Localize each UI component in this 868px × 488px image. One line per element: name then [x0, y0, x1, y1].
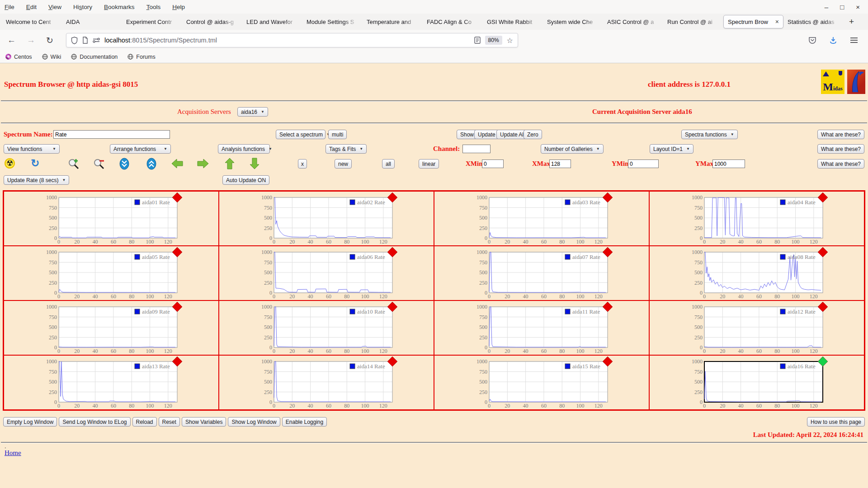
spectrum-cell-aida03[interactable]: 02505007501000020406080100120aida03 Rate: [434, 191, 649, 246]
menu-edit[interactable]: Edit: [26, 4, 37, 10]
refresh-icon[interactable]: ↻: [31, 158, 39, 169]
reload-icon[interactable]: ↻: [46, 35, 53, 46]
select-spectrum-dropdown[interactable]: Select a spectrum▼: [276, 130, 326, 139]
radiation-icon[interactable]: ☢: [5, 158, 15, 169]
tab-aida[interactable]: AIDA: [62, 15, 122, 28]
x-toggle-button[interactable]: x: [298, 159, 307, 169]
spectrum-cell-aida05[interactable]: 02505007501000020406080100120aida05 Rate: [4, 246, 219, 300]
spectrum-cell-aida13[interactable]: 02505007501000020406080100120aida13 Rate: [4, 355, 219, 410]
permissions-icon[interactable]: [93, 38, 100, 43]
tab-asic-control-a[interactable]: ASIC Control @ a: [603, 15, 663, 28]
zoom-out-icon[interactable]: [93, 158, 105, 170]
spectrum-cell-aida07[interactable]: 02505007501000020406080100120aida07 Rate: [434, 246, 649, 300]
bookmark-forums[interactable]: Forums: [127, 54, 155, 60]
tab-run-control-ai[interactable]: Run Control @ ai: [663, 15, 723, 28]
view-functions-dropdown[interactable]: View functions▼: [4, 144, 60, 154]
menu-file[interactable]: File: [5, 4, 14, 10]
spectrum-name-input[interactable]: [53, 130, 170, 139]
spectrum-cell-aida16[interactable]: 02505007501000020406080100120aida16 Rate: [649, 355, 864, 410]
spectrum-cell-aida15[interactable]: 02505007501000020406080100120aida15 Rate: [434, 355, 649, 410]
number-of-galleries-dropdown[interactable]: Number of Galleries▼: [541, 144, 604, 154]
how-to-use-button[interactable]: How to use this page: [807, 417, 865, 427]
spectrum-cell-aida01[interactable]: 02505007501000020406080100120aida01 Rate: [4, 191, 219, 246]
analysis-functions-dropdown[interactable]: Analysis functions▼: [218, 144, 270, 154]
zoom-in-icon[interactable]: [68, 158, 80, 170]
home-link[interactable]: Home: [5, 449, 21, 457]
prev-green-arrow-icon[interactable]: [171, 159, 183, 169]
tab-temperature-and[interactable]: Temperature and: [363, 15, 423, 28]
xmin-input[interactable]: [482, 160, 504, 168]
zoom-level-badge[interactable]: 80%: [485, 36, 502, 45]
hamburger-menu-icon[interactable]: [850, 37, 858, 43]
url-bar[interactable]: localhost:8015/Spectrum/Spectrum.tml 80%…: [66, 33, 518, 47]
tab-spectrum-brow[interactable]: Spectrum Brow×: [723, 15, 783, 28]
down-green-arrow-icon[interactable]: [250, 158, 259, 169]
zero-button[interactable]: Zero: [524, 130, 542, 139]
tab-led-and-wavefor[interactable]: LED and Wavefor: [242, 15, 302, 28]
channel-input[interactable]: [462, 145, 491, 153]
pocket-icon[interactable]: [808, 36, 816, 44]
new-button[interactable]: new: [335, 159, 352, 169]
tab-module-settings-s[interactable]: Module Settings S: [302, 15, 363, 28]
update-button[interactable]: Update: [474, 130, 499, 139]
footer-button-show-log-window[interactable]: Show Log Window: [228, 417, 280, 427]
auto-update-button[interactable]: Auto Update ON: [222, 175, 269, 185]
spectrum-cell-aida06[interactable]: 02505007501000020406080100120aida06 Rate: [219, 246, 434, 300]
tab-gsi-white-rabbit[interactable]: GSI White Rabbit: [483, 15, 543, 28]
scroll-down-icon[interactable]: [119, 158, 130, 170]
menu-view[interactable]: View: [48, 4, 61, 10]
xmax-input[interactable]: [549, 160, 571, 168]
multi-button[interactable]: multi: [328, 130, 347, 139]
menu-tools[interactable]: Tools: [146, 4, 161, 10]
bookmark-documentation[interactable]: Documentation: [71, 54, 118, 60]
spectrum-cell-aida12[interactable]: 02505007501000020406080100120aida12 Rate: [649, 300, 864, 355]
spectrum-cell-aida04[interactable]: 02505007501000020406080100120aida04 Rate: [649, 191, 864, 246]
menu-help[interactable]: Help: [172, 4, 185, 10]
spectrum-cell-aida10[interactable]: 02505007501000020406080100120aida10 Rate: [219, 300, 434, 355]
update-rate-dropdown[interactable]: Update Rate (8 secs)▼: [4, 175, 69, 185]
shield-icon[interactable]: [71, 37, 78, 44]
scroll-up-icon[interactable]: [146, 158, 157, 170]
spectrum-cell-aida08[interactable]: 02505007501000020406080100120aida08 Rate: [649, 246, 864, 300]
page-icon[interactable]: [82, 37, 88, 44]
menu-history[interactable]: History: [73, 4, 92, 10]
download-icon[interactable]: [829, 36, 837, 44]
what-are-these-button-2[interactable]: What are these?: [817, 144, 864, 154]
maximize-button[interactable]: □: [840, 3, 844, 11]
tab-system-wide-che[interactable]: System wide Che: [543, 15, 603, 28]
bookmark-centos[interactable]: ✽Centos: [5, 54, 32, 60]
tab-fadc-align-co[interactable]: FADC Align & Co: [423, 15, 483, 28]
ymin-input[interactable]: [628, 160, 659, 168]
forward-icon[interactable]: →: [27, 35, 35, 45]
tab-statistics-aidas[interactable]: Statistics @ aidas: [783, 15, 844, 28]
close-button[interactable]: ×: [856, 3, 860, 11]
bookmark-star-icon[interactable]: ☆: [507, 36, 513, 45]
spectrum-cell-aida11[interactable]: 02505007501000020406080100120aida11 Rate: [434, 300, 649, 355]
linear-button[interactable]: linear: [419, 159, 439, 169]
spectrum-cell-aida02[interactable]: 02505007501000020406080100120aida02 Rate: [219, 191, 434, 246]
url-text[interactable]: localhost:8015/Spectrum/Spectrum.tml: [104, 37, 474, 44]
footer-button-empty-log-window[interactable]: Empty Log Window: [3, 417, 57, 427]
new-tab-button[interactable]: +: [844, 17, 859, 27]
tags-fits-dropdown[interactable]: Tags & Fits▼: [326, 144, 367, 154]
reader-mode-icon[interactable]: [474, 37, 481, 44]
bookmark-wiki[interactable]: Wiki: [42, 54, 61, 60]
tab-welcome-to-cent[interactable]: Welcome to Cent: [2, 15, 62, 28]
layout-id-dropdown[interactable]: Layout ID=1▼: [650, 144, 693, 154]
footer-button-send-log-window-to-elog[interactable]: Send Log Window to ELog: [59, 417, 130, 427]
next-green-arrow-icon[interactable]: [197, 159, 209, 169]
back-icon[interactable]: ←: [7, 35, 16, 45]
tab-control-aidas-g[interactable]: Control @ aidas-g: [182, 15, 242, 28]
acquisition-server-select[interactable]: aida16▼: [237, 107, 268, 117]
all-button[interactable]: all: [382, 159, 395, 169]
spectrum-cell-aida14[interactable]: 02505007501000020406080100120aida14 Rate: [219, 355, 434, 410]
minimize-button[interactable]: –: [825, 3, 828, 11]
footer-button-reset[interactable]: Reset: [159, 417, 180, 427]
footer-button-reload[interactable]: Reload: [132, 417, 157, 427]
what-are-these-button-1[interactable]: What are these?: [817, 130, 864, 139]
footer-button-show-variables[interactable]: Show Variables: [182, 417, 226, 427]
footer-button-enable-logging[interactable]: Enable Logging: [282, 417, 327, 427]
tab-experiment-contr[interactable]: Experiment Contr: [122, 15, 182, 28]
menu-bookmarks[interactable]: Bookmarks: [104, 4, 135, 10]
up-green-arrow-icon[interactable]: [225, 158, 235, 169]
